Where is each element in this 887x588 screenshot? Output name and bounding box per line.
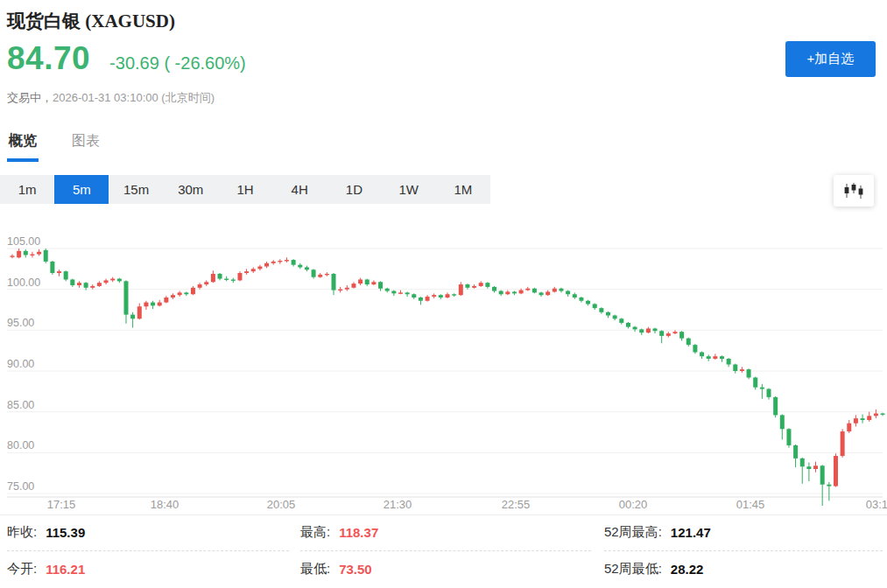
tab-chart[interactable]: 图表 [70,132,102,162]
stat-value: 28.22 [671,562,704,577]
trading-status: 交易中， [7,91,53,104]
stat-label: 52周最高: [604,524,662,541]
stat-row: 最低:73.50 [300,551,591,587]
timeframe-1m[interactable]: 1M [436,175,490,204]
stat-label: 今开: [7,561,37,578]
stat-value: 118.37 [339,525,378,540]
candlestick-chart[interactable]: 105.00100.0095.0090.0085.0080.0075.0017:… [0,219,887,515]
tab-overview[interactable]: 概览 [7,132,39,162]
svg-text:17:15: 17:15 [47,498,76,511]
timeframe-4h[interactable]: 4H [272,175,327,204]
stats-column: 昨收:115.39今开:116.21 [7,514,289,588]
timeframe-5m[interactable]: 5m [54,175,109,204]
quote-page: 现货白银 (XAGUSD) 84.70 -30.69 ( -26.60%) 交易… [0,0,887,588]
svg-text:21:30: 21:30 [384,498,412,511]
svg-text:85.00: 85.00 [7,399,34,411]
timeframe-1w[interactable]: 1W [382,175,436,204]
stat-label: 最低: [300,561,330,578]
stat-label: 昨收: [7,524,37,541]
svg-text:03:10: 03:10 [866,498,887,511]
quote-status-line: 交易中，2026-01-31 03:10:00 (北京时间) [7,90,215,106]
stat-value: 116.21 [46,562,85,577]
x-axis-labels: 17:1518:4020:0521:3022:5500:2001:4503:10 [47,498,887,511]
timeframe-bar: 1m5m15m30m1H4H1D1W1M [0,175,490,204]
svg-text:95.00: 95.00 [7,317,34,329]
timeframe-30m[interactable]: 30m [164,175,218,204]
quote-timestamp: 2026-01-31 03:10:00 (北京时间) [53,91,215,104]
change-percent: ( -26.60%) [164,53,245,73]
stat-value: 115.39 [46,525,85,540]
stat-label: 最高: [300,524,330,541]
svg-text:80.00: 80.00 [7,439,34,452]
stats-panel: 昨收:115.39今开:116.21最高:118.37最低:73.5052周最高… [0,514,887,588]
stat-row: 52周最低:28.22 [604,551,883,587]
change-value: -30.69 [109,53,159,73]
tab-bar: 概览 图表 [7,132,102,162]
timeframe-1h[interactable]: 1H [218,175,272,204]
stat-row: 昨收:115.39 [7,514,289,551]
stat-row: 最高:118.37 [300,514,591,551]
stat-value: 121.47 [671,525,711,540]
stat-label: 52周最低: [604,561,662,578]
svg-text:18:40: 18:40 [151,498,180,511]
stat-value: 73.50 [339,562,372,577]
page-title: 现货白银 (XAGUSD) [7,9,175,33]
svg-text:90.00: 90.00 [7,358,34,370]
gridlines [7,248,883,497]
candles-series [11,248,885,506]
timeframe-15m[interactable]: 15m [109,175,163,204]
timeframe-1d[interactable]: 1D [327,175,381,204]
price-change: -30.69 ( -26.60%) [109,53,246,74]
svg-text:20:05: 20:05 [267,498,296,511]
stats-column: 52周最高:121.4752周最低:28.22 [604,514,883,588]
y-axis-labels: 105.00100.0095.0090.0085.0080.0075.00 [7,235,40,493]
stats-column: 最高:118.37最低:73.50 [300,514,591,588]
svg-text:105.00: 105.00 [7,235,40,248]
stat-row: 52周最高:121.47 [604,514,883,551]
candlestick-chart-icon [842,182,865,200]
price-chart-svg: 105.00100.0095.0090.0085.0080.0075.0017:… [0,219,887,514]
svg-text:01:45: 01:45 [736,498,765,511]
timeframe-1m[interactable]: 1m [0,175,54,204]
price-row: 84.70 -30.69 ( -26.60%) [7,40,246,77]
svg-text:75.00: 75.00 [7,480,34,493]
chart-type-button[interactable] [834,175,874,206]
last-price: 84.70 [7,40,90,77]
svg-text:100.00: 100.00 [7,276,40,289]
add-watchlist-button[interactable]: +加自选 [785,41,876,77]
stat-row: 今开:116.21 [7,551,289,587]
svg-text:00:20: 00:20 [619,498,648,511]
svg-text:22:55: 22:55 [502,498,531,511]
